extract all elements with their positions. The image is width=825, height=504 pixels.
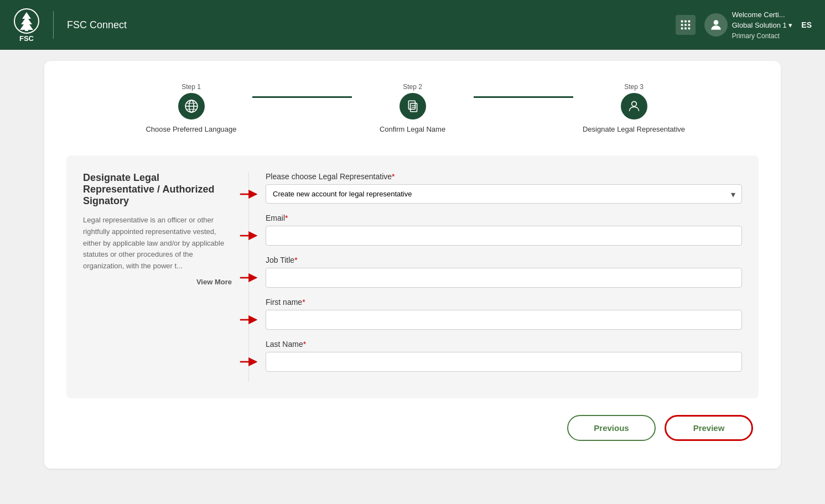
step1-circle: [178, 93, 205, 119]
form-title: Designate Legal Representative / Authori…: [83, 172, 232, 207]
legal-rep-select-label: Please choose Legal Representative*: [266, 172, 742, 181]
step2-circle: [399, 93, 426, 119]
red-arrow-icon: [239, 271, 259, 284]
arrow-indicator-lastname: [239, 355, 259, 368]
main-content: Step 1 Choose Preferred Language Step: [0, 50, 825, 480]
preview-button[interactable]: Preview: [665, 415, 753, 441]
first-name-group: First name*: [266, 298, 742, 330]
person-icon: [627, 99, 641, 113]
step-connector-2: [474, 96, 573, 98]
form-section: Designate Legal Representative / Authori…: [66, 155, 759, 398]
svg-rect-10: [684, 28, 687, 30]
form-description-text: Legal representative is an officer or ot…: [83, 215, 232, 272]
svg-rect-3: [681, 20, 683, 23]
stepper: Step 1 Choose Preferred Language Step: [66, 83, 759, 133]
step2-number: Step 2: [403, 83, 422, 91]
fsc-logo-text: FSC: [19, 34, 34, 43]
step3-number: Step 3: [624, 83, 644, 91]
svg-point-22: [631, 101, 636, 106]
legal-rep-select-group: Please choose Legal Representative*: [266, 172, 742, 204]
svg-rect-5: [688, 20, 690, 23]
last-name-group: Last Name*: [266, 340, 742, 372]
svg-rect-18: [408, 101, 415, 109]
step3-label: Designate Legal Representative: [583, 125, 685, 133]
user-icon: [709, 18, 723, 32]
step-2: Step 2 Confirm Legal Name: [352, 83, 474, 133]
step1-number: Step 1: [181, 83, 201, 91]
svg-point-12: [713, 20, 718, 25]
arrow-indicator-job: [239, 271, 259, 284]
job-title-label: Job Title*: [266, 256, 742, 264]
arrow-indicator-firstname: [239, 313, 259, 326]
user-info: Welcome Certi... Global Solution 1 ▾ Pri…: [732, 9, 793, 41]
job-title-group: Job Title*: [266, 256, 742, 288]
last-name-input[interactable]: [266, 352, 742, 372]
svg-rect-11: [688, 28, 690, 30]
svg-marker-1: [20, 12, 33, 30]
user-solution: Global Solution 1 ▾: [732, 20, 793, 31]
globe-icon: [184, 99, 199, 113]
first-name-label: First name*: [266, 298, 742, 306]
red-arrow-icon: [239, 188, 259, 201]
step-1: Step 1 Choose Preferred Language: [131, 83, 252, 133]
svg-rect-7: [684, 24, 687, 26]
red-arrow-icon: [239, 355, 259, 368]
svg-rect-8: [688, 24, 690, 26]
step1-label: Choose Preferred Language: [146, 125, 236, 133]
step3-circle: [621, 93, 647, 119]
arrow-indicator-select: [239, 188, 259, 201]
view-more-link[interactable]: View More: [83, 278, 232, 286]
svg-rect-6: [681, 24, 683, 26]
arrow-indicator-email: [239, 229, 259, 242]
step-connector-1: [252, 96, 352, 98]
email-label: Email*: [266, 214, 742, 222]
action-buttons: Previous Preview: [66, 415, 759, 441]
email-group: Email*: [266, 214, 742, 246]
main-card: Step 1 Choose Preferred Language Step: [44, 61, 781, 469]
legal-rep-dropdown[interactable]: Create new account for legal representat…: [266, 184, 742, 204]
header-right: Welcome Certi... Global Solution 1 ▾ Pri…: [676, 9, 812, 41]
app-name: FSC Connect: [67, 19, 667, 31]
svg-rect-4: [684, 20, 687, 23]
form-description: Designate Legal Representative / Authori…: [83, 172, 249, 382]
header-divider: [53, 11, 54, 39]
svg-rect-9: [681, 28, 683, 30]
previous-button[interactable]: Previous: [567, 415, 656, 441]
job-title-input[interactable]: [266, 268, 742, 288]
step-3: Step 3 Designate Legal Representative: [573, 83, 695, 133]
user-contact: Primary Contact: [732, 31, 793, 41]
user-menu[interactable]: Welcome Certi... Global Solution 1 ▾ Pri…: [704, 9, 793, 41]
red-arrow-icon: [239, 313, 259, 326]
grid-icon: [679, 19, 692, 31]
red-arrow-icon: [239, 229, 259, 242]
step2-label: Confirm Legal Name: [380, 125, 445, 133]
grid-icon-button[interactable]: [676, 15, 696, 35]
fsc-logo: FSC: [13, 8, 40, 43]
svg-rect-2: [25, 29, 28, 31]
language-toggle[interactable]: ES: [801, 20, 812, 29]
header: FSC FSC Connect: [0, 0, 825, 50]
form-fields: Please choose Legal Representative*: [249, 172, 742, 382]
first-name-input[interactable]: [266, 310, 742, 330]
last-name-label: Last Name*: [266, 340, 742, 349]
document-icon: [406, 99, 420, 113]
avatar: [704, 13, 728, 37]
user-welcome: Welcome Certi...: [732, 9, 793, 20]
email-input[interactable]: [266, 226, 742, 246]
